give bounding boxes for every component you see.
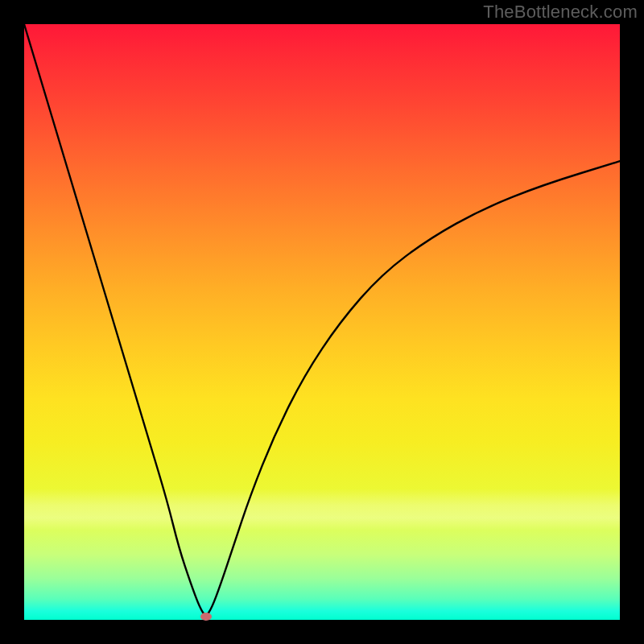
optimal-point-marker bbox=[200, 613, 212, 621]
bottleneck-curve bbox=[24, 24, 620, 620]
watermark-label: TheBottleneck.com bbox=[483, 2, 638, 23]
plot-area bbox=[24, 24, 620, 620]
chart-frame: TheBottleneck.com bbox=[0, 0, 644, 644]
curve-path bbox=[24, 24, 620, 615]
